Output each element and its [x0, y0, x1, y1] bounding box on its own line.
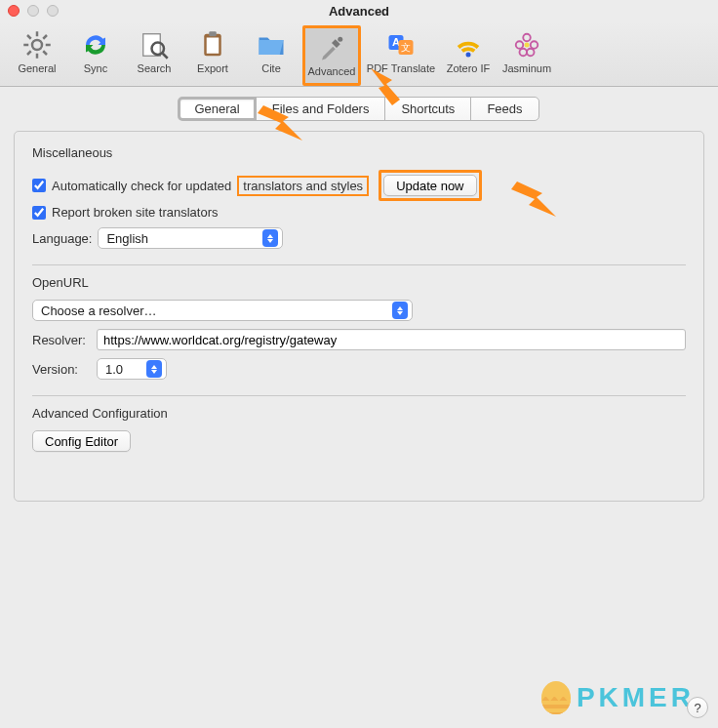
toolbar-advanced[interactable]: Advanced: [302, 25, 361, 86]
toolbar-label: Jasminum: [502, 62, 551, 74]
wifi-icon: [453, 29, 484, 61]
titlebar: Advanced: [0, 0, 718, 21]
auto-update-checkbox[interactable]: [32, 179, 46, 192]
advcfg-heading: Advanced Configuration: [32, 406, 686, 421]
resolver-input[interactable]: [97, 329, 686, 350]
svg-rect-13: [207, 38, 219, 54]
toolbar-label: Advanced: [308, 65, 356, 77]
gear-icon: [21, 29, 53, 61]
svg-point-23: [531, 41, 538, 49]
watermark: PKMER: [541, 681, 695, 714]
toolbar-pdf-translate[interactable]: A文 PDF Translate: [363, 25, 439, 80]
toolbar-zotero-if[interactable]: Zotero IF: [439, 25, 498, 80]
select-arrows-icon: [262, 229, 278, 247]
svg-text:文: 文: [401, 42, 411, 53]
separator: [32, 395, 686, 396]
version-select[interactable]: 1.0: [97, 358, 167, 380]
folder-icon: [256, 29, 287, 61]
toolbar-label: Cite: [261, 62, 281, 74]
svg-line-11: [163, 54, 168, 59]
subtab-general[interactable]: General: [178, 97, 256, 121]
help-button[interactable]: ?: [687, 697, 708, 718]
watermark-icon: [541, 681, 571, 714]
preferences-pane: Miscellaneous Automatically check for up…: [14, 131, 704, 502]
subtab-feeds[interactable]: Feeds: [470, 97, 538, 121]
flower-icon: [511, 29, 542, 61]
version-label: Version:: [32, 362, 91, 377]
toolbar-general[interactable]: General: [8, 25, 66, 80]
report-broken-checkbox[interactable]: [32, 206, 46, 220]
resolver-row: Resolver:: [32, 329, 686, 350]
translate-icon: A文: [385, 29, 417, 61]
config-editor-button[interactable]: Config Editor: [32, 430, 131, 452]
misc-heading: Miscellaneous: [32, 145, 686, 160]
clipboard-icon: [197, 29, 228, 61]
watermark-text: PKMER: [577, 682, 695, 713]
svg-point-21: [523, 34, 531, 42]
select-arrows-icon: [392, 302, 408, 319]
auto-update-label-prefix: Automatically check for updated: [52, 179, 231, 193]
window-title: Advanced: [0, 4, 718, 19]
language-row: Language: English: [32, 227, 686, 249]
svg-line-5: [27, 35, 31, 39]
svg-point-20: [466, 53, 471, 58]
preferences-toolbar: General Sync Search Export Cite Advanced…: [0, 21, 718, 87]
resolver-chooser-row: Choose a resolver…: [32, 300, 686, 321]
separator: [32, 264, 686, 265]
select-arrows-icon: [146, 360, 162, 378]
toolbar-label: General: [18, 62, 56, 74]
auto-update-row: Automatically check for updated translat…: [32, 170, 686, 201]
report-broken-label: Report broken site translators: [52, 205, 219, 220]
toolbar-search[interactable]: Search: [125, 25, 183, 80]
resolver-choose-value: Choose a resolver…: [41, 303, 157, 318]
search-icon: [139, 29, 170, 61]
subtab-files-folders[interactable]: Files and Folders: [256, 97, 386, 121]
auto-update-highlight: translators and styles: [237, 176, 369, 196]
subtab-shortcuts[interactable]: Shortcuts: [384, 97, 471, 121]
toolbar-label: Export: [197, 62, 228, 74]
svg-rect-14: [209, 31, 217, 36]
language-value: English: [106, 231, 148, 246]
toolbar-sync[interactable]: Sync: [66, 25, 125, 80]
openurl-heading: OpenURL: [32, 275, 686, 290]
toolbar-label: Search: [138, 62, 172, 74]
resolver-label: Resolver:: [32, 333, 91, 347]
language-select[interactable]: English: [98, 227, 283, 249]
toolbar-label: Sync: [84, 62, 107, 74]
svg-point-24: [520, 49, 528, 57]
svg-point-26: [525, 43, 530, 48]
svg-line-7: [27, 51, 31, 55]
subtab-bar: General Files and Folders Shortcuts Feed…: [0, 97, 718, 121]
svg-point-22: [516, 41, 524, 49]
resolver-chooser-select[interactable]: Choose a resolver…: [32, 300, 413, 321]
svg-point-25: [527, 49, 535, 57]
svg-point-0: [32, 40, 42, 50]
version-row: Version: 1.0: [32, 358, 686, 380]
toolbar-export[interactable]: Export: [183, 25, 242, 80]
svg-line-8: [43, 35, 47, 39]
tools-icon: [316, 32, 347, 63]
toolbar-cite[interactable]: Cite: [242, 25, 300, 80]
version-value: 1.0: [105, 362, 123, 377]
svg-point-15: [338, 37, 342, 42]
toolbar-label: Zotero IF: [447, 62, 491, 74]
language-label: Language:: [32, 231, 92, 246]
report-broken-row: Report broken site translators: [32, 205, 686, 220]
toolbar-jasminum[interactable]: Jasminum: [498, 25, 556, 80]
svg-line-6: [43, 51, 47, 55]
toolbar-label: PDF Translate: [367, 62, 435, 74]
sync-icon: [80, 29, 111, 61]
update-now-button[interactable]: Update now: [383, 175, 476, 196]
